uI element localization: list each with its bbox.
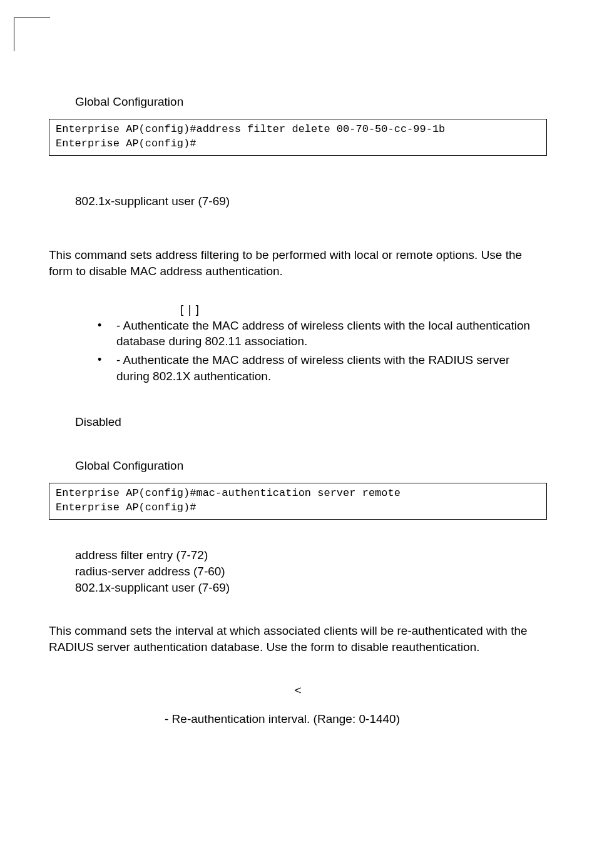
syntax-3: < bbox=[49, 682, 547, 699]
opt-remote: - Authenticate the MAC address of wirele… bbox=[88, 352, 544, 384]
command-mode-1: Global Configuration bbox=[75, 94, 547, 110]
related-1: 802.1x-supplicant user (7-69) bbox=[75, 193, 547, 209]
opt-local: - Authenticate the MAC address of wirele… bbox=[88, 318, 544, 350]
syntax-2: [ | ] bbox=[180, 301, 547, 318]
desc-3: This command sets the interval at which … bbox=[49, 623, 547, 655]
command-mode-2: Global Configuration bbox=[75, 458, 547, 474]
related-2c: 802.1x-supplicant user (7-69) bbox=[75, 580, 547, 596]
code-block-1: Enterprise AP(config)#address filter del… bbox=[49, 119, 547, 156]
corner-tab bbox=[14, 18, 50, 51]
code-block-2: Enterprise AP(config)#mac-authentication… bbox=[49, 483, 547, 520]
related-2b: radius-server address (7-60) bbox=[75, 563, 547, 580]
desc-2: This command sets address filtering to b… bbox=[49, 247, 547, 279]
default-2: Disabled bbox=[75, 414, 547, 430]
related-2a: address filter entry (7-72) bbox=[75, 547, 547, 563]
page: Global Configuration Enterprise AP(confi… bbox=[0, 0, 597, 727]
param-3: - Re-authentication interval. (Range: 0-… bbox=[165, 711, 547, 727]
options-list: - Authenticate the MAC address of wirele… bbox=[88, 318, 547, 385]
